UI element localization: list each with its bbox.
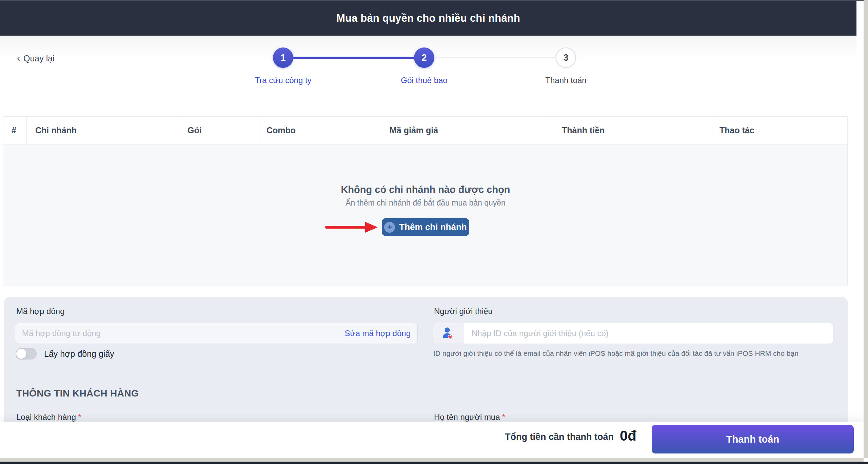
column-header-index: # — [3, 117, 26, 144]
column-header-amount: Thành tiền — [553, 117, 711, 144]
buyer-name-label: Họ tên người mua* — [434, 412, 505, 422]
customer-info-heading: THÔNG TIN KHÁCH HÀNG — [16, 388, 139, 399]
customer-type-label: Loại khách hàng* — [16, 412, 81, 422]
step-label-payment[interactable]: Thanh toán — [505, 76, 627, 85]
branch-table-header: # Chi nhánh Gói Combo Mã giảm giá Thành … — [3, 117, 847, 144]
column-header-package: Gói — [179, 117, 258, 144]
contract-code-input[interactable] — [15, 323, 344, 344]
branch-table: # Chi nhánh Gói Combo Mã giảm giá Thành … — [3, 116, 848, 286]
pay-button[interactable]: Thanh toán — [652, 425, 854, 453]
back-link-label: Quay lại — [23, 54, 55, 63]
referrer-addon — [433, 323, 464, 344]
page-title: Mua bản quyền cho nhiều chi nhánh — [336, 12, 520, 24]
step-connector-inactive — [435, 57, 557, 58]
step-number-3: 3 — [563, 53, 568, 63]
checkout-footer: Tổng tiền cần thanh toán 0đ Thanh toán — [0, 422, 864, 458]
total-value: 0đ — [620, 428, 636, 444]
add-branch-button-label: Thêm chi nhánh — [399, 222, 467, 232]
step-label-company-lookup[interactable]: Tra cứu công ty — [222, 76, 344, 85]
section-divider — [20, 376, 831, 376]
required-asterisk: * — [502, 412, 505, 422]
toggle-knob — [16, 349, 26, 359]
back-link[interactable]: ‹Quay lại — [17, 53, 55, 64]
column-header-branch: Chi nhánh — [26, 117, 179, 144]
step-number-1: 1 — [280, 53, 285, 63]
add-branch-button[interactable]: + Thêm chi nhánh — [382, 218, 469, 236]
buyer-name-label-text: Họ tên người mua — [434, 412, 500, 422]
step-label-subscription[interactable]: Gói thuê bao — [363, 76, 485, 85]
contract-form-section: Mã hợp đồng Sửa mã hợp đồng Lấy hợp đồng… — [4, 297, 848, 422]
step-circle-3[interactable]: 3 — [556, 47, 576, 68]
paper-contract-toggle[interactable] — [16, 348, 37, 360]
plus-circle-icon: + — [384, 222, 395, 233]
step-number-2: 2 — [421, 53, 427, 63]
empty-state-title: Không có chi nhánh nào được chọn — [3, 184, 848, 195]
step-connector-active — [292, 57, 415, 59]
red-arrow-icon — [325, 221, 378, 233]
step-circle-1[interactable]: 1 — [273, 47, 293, 68]
column-header-actions: Thao tác — [711, 117, 847, 144]
paper-contract-row: Lấy hợp đồng giấy — [16, 348, 114, 360]
contract-code-label: Mã hợp đồng — [16, 307, 65, 316]
empty-state-subtitle: Ấn thêm chi nhánh để bắt đầu mua bản quy… — [3, 198, 848, 208]
paper-contract-label: Lấy hợp đồng giấy — [44, 349, 114, 359]
referrer-field-wrapper — [433, 323, 833, 344]
contract-code-field-wrapper: Sửa mã hợp đồng — [15, 323, 418, 344]
license-purchase-page: Mua bản quyền cho nhiều chi nhánh ‹Quay … — [0, 0, 868, 464]
step-circle-2[interactable]: 2 — [414, 47, 434, 68]
referrer-help-text: ID người giới thiệu có thể là email của … — [433, 349, 840, 357]
column-header-combo: Combo — [258, 117, 381, 144]
bottom-dark-strip — [0, 462, 868, 464]
total-label: Tổng tiền cần thanh toán — [458, 432, 614, 442]
person-heart-icon — [441, 326, 456, 341]
edit-contract-code-link[interactable]: Sửa mã hợp đồng — [344, 329, 417, 338]
referrer-id-input[interactable] — [464, 323, 833, 344]
customer-type-label-text: Loại khách hàng — [16, 412, 76, 422]
app-header: Mua bản quyền cho nhiều chi nhánh — [0, 1, 856, 36]
chevron-left-icon: ‹ — [17, 53, 20, 63]
required-asterisk: * — [78, 412, 81, 422]
stepper-zone: ‹Quay lại 1 2 3 Tra cứu công ty Gói thuê… — [0, 36, 856, 116]
vertical-scrollbar[interactable] — [864, 0, 868, 458]
referrer-label: Người giới thiệu — [434, 307, 493, 316]
column-header-discount-code: Mã giảm giá — [381, 117, 553, 144]
